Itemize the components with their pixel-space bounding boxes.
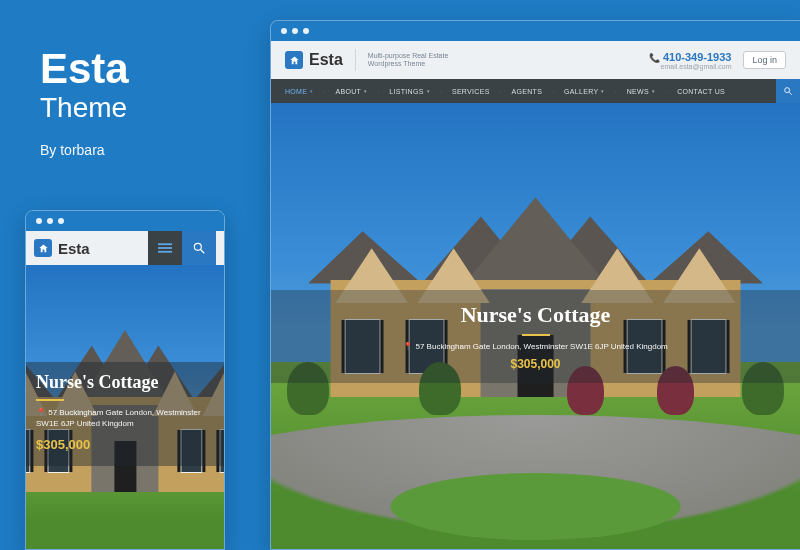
chevron-down-icon: ▾ bbox=[601, 88, 604, 94]
window-dot bbox=[292, 28, 298, 34]
window-dot bbox=[36, 218, 42, 224]
chevron-down-icon: ▾ bbox=[427, 88, 430, 94]
nav-agents[interactable]: AGENTS bbox=[512, 88, 543, 95]
listing-title: Nurse's Cottage bbox=[291, 302, 780, 328]
underline-accent bbox=[36, 399, 64, 401]
main-navbar: HOME▾ · ABOUT▾ · LISTINGS▾ · SERVICES · … bbox=[271, 79, 800, 103]
nav-news[interactable]: NEWS▾ bbox=[627, 88, 656, 95]
listing-title: Nurse's Cottage bbox=[36, 372, 214, 393]
site-logo[interactable]: Esta bbox=[285, 51, 343, 69]
window-titlebar bbox=[26, 211, 224, 231]
theme-byline: By torbara bbox=[40, 142, 129, 158]
chevron-down-icon: ▾ bbox=[364, 88, 367, 94]
phone-number[interactable]: 410-349-1933 bbox=[649, 51, 731, 63]
nav-items: HOME▾ · ABOUT▾ · LISTINGS▾ · SERVICES · … bbox=[285, 88, 776, 95]
contact-block: 410-349-1933 email.esta@gmail.com bbox=[649, 51, 731, 70]
chevron-down-icon: ▾ bbox=[310, 88, 313, 94]
svg-rect-3 bbox=[158, 247, 172, 249]
logo-house-icon bbox=[285, 51, 303, 69]
nav-home[interactable]: HOME▾ bbox=[285, 88, 314, 95]
login-button[interactable]: Log in bbox=[743, 51, 786, 69]
site-logo[interactable]: Esta bbox=[34, 239, 90, 257]
listing-price: $305,000 bbox=[291, 357, 780, 371]
nav-about[interactable]: ABOUT▾ bbox=[335, 88, 367, 95]
nav-services[interactable]: SERVICES bbox=[452, 88, 490, 95]
window-titlebar bbox=[271, 21, 800, 41]
listing-price: $305,000 bbox=[36, 437, 214, 452]
svg-line-6 bbox=[201, 250, 205, 254]
contact-email[interactable]: email.esta@gmail.com bbox=[649, 63, 731, 70]
theme-intro: Esta Theme By torbara bbox=[40, 48, 129, 158]
hero-lawn-island bbox=[390, 473, 681, 540]
logo-house-icon bbox=[34, 239, 52, 257]
svg-point-5 bbox=[194, 243, 201, 250]
window-dot bbox=[281, 28, 287, 34]
window-dot bbox=[303, 28, 309, 34]
hero-caption: Nurse's Cottage 57 Buckingham Gate Londo… bbox=[26, 362, 224, 466]
site-tagline: Multi-purpose Real Estate Wordpress Them… bbox=[368, 52, 449, 69]
window-dot bbox=[58, 218, 64, 224]
hero-area: Nurse's Cottage 57 Buckingham Gate Londo… bbox=[271, 103, 800, 549]
search-button[interactable] bbox=[776, 79, 800, 103]
underline-accent bbox=[522, 334, 550, 336]
chevron-down-icon: ▾ bbox=[652, 88, 655, 94]
svg-line-1 bbox=[789, 92, 792, 95]
desktop-preview-window: Esta Multi-purpose Real Estate Wordpress… bbox=[270, 20, 800, 550]
svg-point-0 bbox=[785, 88, 790, 93]
theme-subtitle: Theme bbox=[40, 92, 129, 124]
logo-text: Esta bbox=[309, 51, 343, 69]
divider bbox=[355, 49, 356, 71]
search-icon bbox=[783, 86, 793, 96]
svg-rect-2 bbox=[158, 243, 172, 245]
hero-caption: Nurse's Cottage 57 Buckingham Gate Londo… bbox=[271, 290, 800, 383]
mobile-menu-button[interactable] bbox=[148, 231, 182, 265]
mobile-search-button[interactable] bbox=[182, 231, 216, 265]
svg-rect-4 bbox=[158, 251, 172, 253]
search-icon bbox=[192, 241, 206, 255]
nav-gallery[interactable]: GALLERY▾ bbox=[564, 88, 605, 95]
mobile-topbar: Esta bbox=[26, 231, 224, 265]
site-topbar: Esta Multi-purpose Real Estate Wordpress… bbox=[271, 41, 800, 79]
nav-listings[interactable]: LISTINGS▾ bbox=[389, 88, 430, 95]
listing-address: 57 Buckingham Gate London, Westminster S… bbox=[291, 342, 780, 351]
nav-contact[interactable]: CONTACT US bbox=[677, 88, 725, 95]
theme-title: Esta bbox=[40, 48, 129, 90]
hamburger-icon bbox=[158, 241, 172, 255]
mobile-preview-window: Esta Nurse's Cottage 57 Buckin bbox=[25, 210, 225, 550]
listing-address: 57 Buckingham Gate London, Westminster S… bbox=[36, 407, 214, 429]
mobile-hero-area: Nurse's Cottage 57 Buckingham Gate Londo… bbox=[26, 265, 224, 549]
window-dot bbox=[47, 218, 53, 224]
logo-text: Esta bbox=[58, 240, 90, 257]
